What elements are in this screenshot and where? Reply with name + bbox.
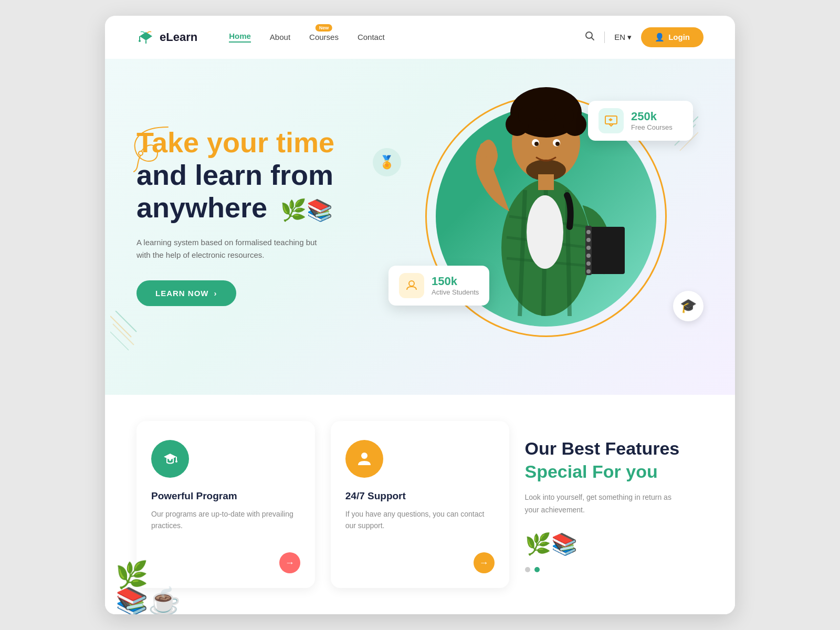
svg-point-33 <box>586 238 591 242</box>
students-float-card: 150k Active Students <box>388 266 489 306</box>
logo[interactable]: eLearn <box>136 30 197 45</box>
logo-text: eLearn <box>160 30 197 44</box>
nav-courses-wrap: New Courses <box>309 33 339 42</box>
nav-courses-badge: New <box>316 24 333 32</box>
feature-program-title: Powerful Program <box>151 490 300 502</box>
medal-badge: 🏅 <box>373 148 401 176</box>
svg-point-47 <box>361 453 368 459</box>
svg-point-25 <box>534 142 539 146</box>
best-features-subtitle: Special For you <box>525 460 704 483</box>
grad-cap-badge: 🎓 <box>673 291 704 321</box>
svg-rect-27 <box>538 174 554 190</box>
hero-subtitle: A learning system based on formalised te… <box>136 236 326 261</box>
svg-point-32 <box>586 230 591 234</box>
nav-links: Home About New Courses Contact <box>229 32 584 43</box>
hero-title-line2: and learn from <box>136 159 388 191</box>
feature-program-arrow[interactable]: → <box>279 552 300 573</box>
svg-point-35 <box>586 254 591 258</box>
students-card-label: Active Students <box>432 288 479 296</box>
bottom-plant-decoration: 🌿📚☕ <box>116 562 181 614</box>
svg-point-14 <box>527 195 563 269</box>
graduation-icon <box>161 449 180 468</box>
nav-divider <box>604 32 605 43</box>
navbar: eLearn Home About New Courses Contact EN… <box>105 16 735 59</box>
courses-card-icon <box>598 108 624 133</box>
plant-decoration: 🌿📚 <box>525 532 704 556</box>
nav-right: EN ▾ 👤 Login <box>584 27 704 47</box>
best-features-desc: Look into yourself, get something in ret… <box>525 491 672 517</box>
language-selector[interactable]: EN ▾ <box>614 33 632 42</box>
nav-about[interactable]: About <box>270 33 290 41</box>
hero-title-line1: Take your time <box>136 126 388 159</box>
feature-support-title: 24/7 Support <box>345 490 495 502</box>
hero-section: Take your time and learn from anywhere 🌿… <box>105 59 735 395</box>
svg-point-37 <box>586 269 591 274</box>
courses-card-num: 250k <box>631 110 673 123</box>
search-icon <box>584 30 595 41</box>
svg-rect-30 <box>588 227 625 274</box>
user-icon <box>404 278 419 293</box>
svg-point-21 <box>536 100 556 121</box>
dot-1 <box>525 567 530 572</box>
hero-title-line3: anywhere 🌿📚 <box>136 191 388 224</box>
monitor-icon <box>604 113 618 128</box>
hero-right: 250k Free Courses 150k Active Students <box>388 69 704 363</box>
arrow-icon: › <box>214 289 217 298</box>
svg-line-4 <box>116 311 136 332</box>
features-section: Powerful Program Our programs are up-to-… <box>105 395 735 615</box>
page-wrapper: eLearn Home About New Courses Contact EN… <box>105 16 735 615</box>
svg-point-1 <box>586 32 592 38</box>
nav-home[interactable]: Home <box>229 32 251 43</box>
svg-point-44 <box>169 459 171 461</box>
login-icon: 👤 <box>655 33 665 42</box>
students-card-icon <box>399 273 424 298</box>
feature-support-arrow[interactable]: → <box>474 552 495 573</box>
svg-rect-29 <box>480 143 487 159</box>
svg-point-0 <box>139 40 141 42</box>
support-icon-circle <box>345 440 383 478</box>
svg-line-3 <box>110 316 131 337</box>
svg-line-5 <box>113 324 134 345</box>
students-card-info: 150k Active Students <box>432 275 479 296</box>
search-button[interactable] <box>584 30 595 44</box>
hero-title: Take your time and learn from anywhere 🌿… <box>136 126 388 224</box>
learn-now-button[interactable]: LEARN NOW › <box>136 280 236 306</box>
svg-point-19 <box>518 106 537 125</box>
feature-card-support: 24/7 Support If you have any questions, … <box>331 421 509 589</box>
svg-point-46 <box>175 460 177 463</box>
support-icon <box>355 449 374 468</box>
courses-card-info: 250k Free Courses <box>631 110 673 131</box>
courses-float-card: 250k Free Courses <box>588 101 693 141</box>
svg-point-20 <box>555 106 574 125</box>
pagination-dots <box>525 567 704 572</box>
svg-point-36 <box>586 261 591 266</box>
hero-left: Take your time and learn from anywhere 🌿… <box>136 126 388 306</box>
courses-card-label: Free Courses <box>631 123 673 131</box>
deco-lines-left <box>110 311 142 363</box>
svg-line-6 <box>110 332 129 350</box>
hero-emoji: 🌿📚 <box>280 198 333 222</box>
best-features-title: Our Best Features <box>525 437 704 460</box>
program-icon-circle <box>151 440 189 478</box>
students-card-num: 150k <box>432 275 479 288</box>
svg-point-39 <box>409 281 414 286</box>
feature-support-desc: If you have any questions, you can conta… <box>345 508 495 532</box>
logo-icon <box>136 30 155 45</box>
login-button[interactable]: 👤 Login <box>641 27 704 47</box>
nav-contact[interactable]: Contact <box>358 33 385 41</box>
nav-courses[interactable]: Courses <box>309 33 339 41</box>
dot-2 <box>534 567 540 572</box>
svg-point-26 <box>555 142 560 146</box>
best-features-panel: Our Best Features Special For you Look i… <box>525 421 704 589</box>
svg-point-34 <box>586 246 591 250</box>
feature-program-desc: Our programs are up-to-date with prevail… <box>151 508 300 532</box>
